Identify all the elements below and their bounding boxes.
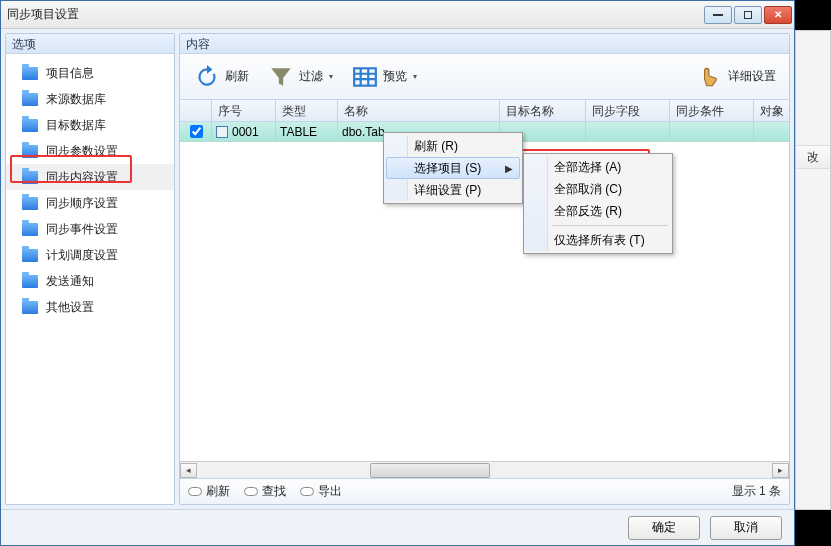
scroll-left-arrow[interactable]: ◂ (180, 463, 197, 478)
sidebar-header: 选项 (6, 34, 174, 54)
sidebar-panel: 选项 项目信息 来源数据库 目标数据库 同步参数设置 同步内容设置 同步顺序设置… (5, 33, 175, 505)
sidebar-item-sync-events[interactable]: 同步事件设置 (6, 216, 174, 242)
sidebar-item-source-db[interactable]: 来源数据库 (6, 86, 174, 112)
chevron-right-icon: ▶ (505, 163, 513, 174)
folder-icon (22, 301, 38, 314)
scroll-right-arrow[interactable]: ▸ (772, 463, 789, 478)
status-refresh-label: 刷新 (206, 483, 230, 500)
cell-seq-text: 0001 (232, 125, 259, 139)
sidebar-item-label: 项目信息 (46, 65, 94, 82)
pill-icon (300, 487, 314, 496)
menu-item-label: 刷新 (R) (414, 138, 458, 155)
menu-item-label: 全部取消 (C) (554, 181, 622, 198)
status-refresh[interactable]: 刷新 (188, 483, 230, 500)
folder-icon (22, 275, 38, 288)
sidebar-item-label: 同步参数设置 (46, 143, 118, 160)
folder-icon (22, 223, 38, 236)
minimize-button[interactable] (704, 6, 732, 24)
status-find-label: 查找 (262, 483, 286, 500)
col-sync-field[interactable]: 同步字段 (586, 100, 670, 121)
dialog-footer: 确定 取消 (1, 509, 794, 545)
toolbar-refresh-label: 刷新 (225, 68, 249, 85)
ok-button[interactable]: 确定 (628, 516, 700, 540)
sidebar-item-label: 同步事件设置 (46, 221, 118, 238)
toolbar-detail-settings[interactable]: 详细设置 (689, 58, 783, 96)
toolbar-preview-label: 预览 (383, 68, 407, 85)
sidebar-item-label: 来源数据库 (46, 91, 106, 108)
cell-sync-cond (670, 122, 754, 141)
sidebar-item-label: 计划调度设置 (46, 247, 118, 264)
filter-icon (267, 63, 295, 91)
grid-header: 序号 类型 名称 目标名称 同步字段 同步条件 对象 (180, 100, 789, 122)
col-seq[interactable]: 序号 (212, 100, 276, 121)
status-export[interactable]: 导出 (300, 483, 342, 500)
submenu-item-deselect-all[interactable]: 全部取消 (C) (526, 178, 670, 200)
col-target-name[interactable]: 目标名称 (500, 100, 586, 121)
status-count: 显示 1 条 (732, 483, 781, 500)
sidebar-item-label: 发送通知 (46, 273, 94, 290)
folder-icon (22, 249, 38, 262)
scroll-track[interactable] (197, 463, 772, 478)
sidebar-item-target-db[interactable]: 目标数据库 (6, 112, 174, 138)
submenu-item-tables-only[interactable]: 仅选择所有表 (T) (526, 229, 670, 251)
menu-item-refresh[interactable]: 刷新 (R) (386, 135, 520, 157)
sidebar-item-notify[interactable]: 发送通知 (6, 268, 174, 294)
menu-item-label: 全部选择 (A) (554, 159, 621, 176)
cell-seq: 0001 (212, 122, 276, 141)
pill-icon (244, 487, 258, 496)
bg-stub-button[interactable]: 改 (796, 145, 830, 169)
background-black (795, 0, 831, 30)
toolbar-detail-label: 详细设置 (728, 68, 776, 85)
toolbar-refresh[interactable]: 刷新 (186, 58, 256, 96)
pill-icon (188, 487, 202, 496)
sidebar-item-label: 同步顺序设置 (46, 195, 118, 212)
context-submenu: 全部选择 (A) 全部取消 (C) 全部反选 (R) 仅选择所有表 (T) (523, 153, 673, 254)
col-checkbox[interactable] (180, 100, 212, 121)
status-find[interactable]: 查找 (244, 483, 286, 500)
submenu-item-select-all[interactable]: 全部选择 (A) (526, 156, 670, 178)
col-type[interactable]: 类型 (276, 100, 338, 121)
refresh-icon (193, 63, 221, 91)
cell-type: TABLE (276, 122, 338, 141)
submenu-item-invert[interactable]: 全部反选 (R) (526, 200, 670, 222)
maximize-button[interactable] (734, 6, 762, 24)
scroll-thumb[interactable] (370, 463, 490, 478)
sidebar-item-label: 目标数据库 (46, 117, 106, 134)
sidebar-item-sync-content[interactable]: 同步内容设置 (6, 164, 174, 190)
sidebar-item-project-info[interactable]: 项目信息 (6, 60, 174, 86)
toolbar-filter[interactable]: 过滤 ▾ (260, 58, 340, 96)
row-checkbox[interactable] (190, 125, 203, 138)
cancel-button[interactable]: 取消 (710, 516, 782, 540)
folder-icon (22, 171, 38, 184)
folder-icon (22, 67, 38, 80)
menu-separator (552, 225, 668, 226)
menu-item-select-items[interactable]: 选择项目 (S)▶ (386, 157, 520, 179)
menu-item-detail-settings[interactable]: 详细设置 (P) (386, 179, 520, 201)
toolbar: 刷新 过滤 ▾ 预览 ▾ (180, 54, 789, 100)
menu-item-label: 详细设置 (P) (414, 182, 481, 199)
context-menu: 刷新 (R) 选择项目 (S)▶ 详细设置 (P) (383, 132, 523, 204)
sidebar-item-sync-params[interactable]: 同步参数设置 (6, 138, 174, 164)
table-icon (216, 126, 228, 138)
titlebar: 同步项目设置 ✕ (1, 1, 794, 29)
col-object[interactable]: 对象 (754, 100, 790, 121)
sidebar-item-sync-order[interactable]: 同步顺序设置 (6, 190, 174, 216)
horizontal-scrollbar[interactable]: ◂ ▸ (180, 461, 789, 478)
sidebar-item-label: 其他设置 (46, 299, 94, 316)
sidebar-item-schedule[interactable]: 计划调度设置 (6, 242, 174, 268)
close-button[interactable]: ✕ (764, 6, 792, 24)
chevron-down-icon: ▾ (413, 72, 417, 81)
main-panel: 内容 刷新 过滤 ▾ (179, 33, 790, 505)
svg-rect-0 (354, 68, 376, 85)
cell-object (754, 122, 789, 141)
folder-icon (22, 119, 38, 132)
sidebar-item-other[interactable]: 其他设置 (6, 294, 174, 320)
col-sync-cond[interactable]: 同步条件 (670, 100, 754, 121)
main-header: 内容 (180, 34, 789, 54)
toolbar-preview[interactable]: 预览 ▾ (344, 58, 424, 96)
status-export-label: 导出 (318, 483, 342, 500)
toolbar-filter-label: 过滤 (299, 68, 323, 85)
window-controls: ✕ (704, 6, 792, 24)
folder-icon (22, 197, 38, 210)
col-name[interactable]: 名称 (338, 100, 500, 121)
